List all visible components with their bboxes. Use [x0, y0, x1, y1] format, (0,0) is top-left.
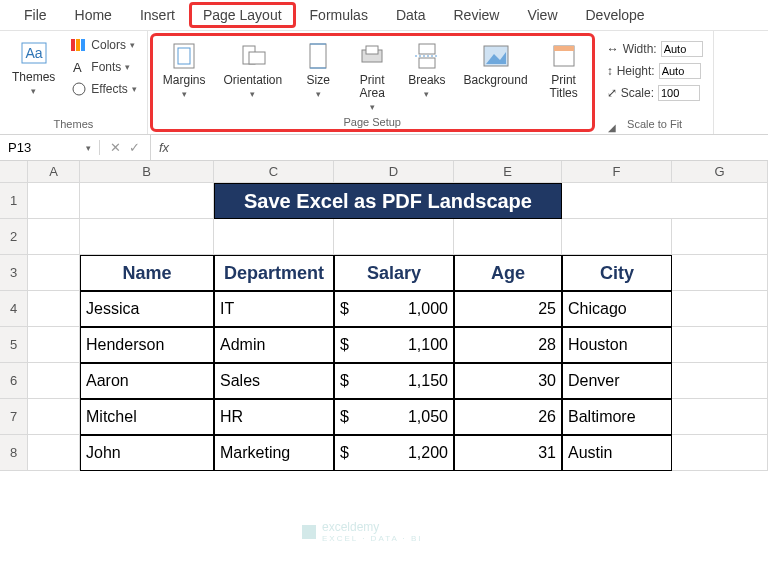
cell-F1[interactable]	[562, 183, 768, 219]
col-header-C[interactable]: C	[214, 161, 334, 183]
cell-r2-1[interactable]	[80, 219, 214, 255]
cell-G5[interactable]	[672, 327, 768, 363]
print-area-button[interactable]: Print Area▾	[348, 38, 396, 114]
row-header-7[interactable]: 7	[0, 399, 28, 435]
sheet-grid: ABCDEFG1Save Excel as PDF Landscape23Nam…	[0, 161, 768, 471]
cell-age-4[interactable]: 31	[454, 435, 562, 471]
cell-city-1[interactable]: Houston	[562, 327, 672, 363]
themes-button[interactable]: Aa Themes ▾	[6, 35, 61, 98]
row-header-1[interactable]: 1	[0, 183, 28, 219]
tab-home[interactable]: Home	[61, 2, 126, 28]
fonts-button[interactable]: A Fonts▾	[67, 57, 140, 77]
cell-r2-2[interactable]	[214, 219, 334, 255]
name-box[interactable]: P13 ▾	[0, 140, 100, 155]
cell-name-1[interactable]: Henderson	[80, 327, 214, 363]
cell-A6[interactable]	[28, 363, 80, 399]
tab-formulas[interactable]: Formulas	[296, 2, 382, 28]
cell-name-2[interactable]: Aaron	[80, 363, 214, 399]
cell-city-2[interactable]: Denver	[562, 363, 672, 399]
cell-r2-5[interactable]	[562, 219, 672, 255]
cell-salary-4[interactable]: $1,200	[334, 435, 454, 471]
row-header-3[interactable]: 3	[0, 255, 28, 291]
background-button[interactable]: Background	[458, 38, 534, 89]
width-input[interactable]	[661, 41, 703, 57]
cell-dept-2[interactable]: Sales	[214, 363, 334, 399]
col-header-F[interactable]: F	[562, 161, 672, 183]
scale-input[interactable]	[658, 85, 700, 101]
col-header-D[interactable]: D	[334, 161, 454, 183]
tab-review[interactable]: Review	[440, 2, 514, 28]
header-name[interactable]: Name	[80, 255, 214, 291]
row-header-5[interactable]: 5	[0, 327, 28, 363]
cell-name-0[interactable]: Jessica	[80, 291, 214, 327]
cancel-icon[interactable]: ✕	[110, 140, 121, 155]
cell-salary-3[interactable]: $1,050	[334, 399, 454, 435]
cell-r2-6[interactable]	[672, 219, 768, 255]
cell-G8[interactable]	[672, 435, 768, 471]
tab-data[interactable]: Data	[382, 2, 440, 28]
cell-G6[interactable]	[672, 363, 768, 399]
select-all-corner[interactable]	[0, 161, 28, 183]
size-button[interactable]: Size▾	[294, 38, 342, 101]
tab-insert[interactable]: Insert	[126, 2, 189, 28]
title-banner[interactable]: Save Excel as PDF Landscape	[214, 183, 562, 219]
fx-icon[interactable]: fx	[151, 140, 177, 155]
breaks-button[interactable]: Breaks▾	[402, 38, 451, 101]
cell-salary-1[interactable]: $1,100	[334, 327, 454, 363]
cell-age-3[interactable]: 26	[454, 399, 562, 435]
cell-dept-1[interactable]: Admin	[214, 327, 334, 363]
row-header-2[interactable]: 2	[0, 219, 28, 255]
cell-age-0[interactable]: 25	[454, 291, 562, 327]
header-salary[interactable]: Salary	[334, 255, 454, 291]
cell-A3[interactable]	[28, 255, 80, 291]
margins-button[interactable]: Margins▾	[157, 38, 212, 101]
row-header-4[interactable]: 4	[0, 291, 28, 327]
effects-button[interactable]: Effects▾	[67, 79, 140, 99]
header-department[interactable]: Department	[214, 255, 334, 291]
cell-A4[interactable]	[28, 291, 80, 327]
row-header-6[interactable]: 6	[0, 363, 28, 399]
cell-city-4[interactable]: Austin	[562, 435, 672, 471]
cell-dept-3[interactable]: HR	[214, 399, 334, 435]
cell-dept-4[interactable]: Marketing	[214, 435, 334, 471]
cell-G7[interactable]	[672, 399, 768, 435]
col-header-A[interactable]: A	[28, 161, 80, 183]
group-themes: Aa Themes ▾ Colors▾ A Fonts▾	[0, 31, 148, 134]
cell-city-0[interactable]: Chicago	[562, 291, 672, 327]
cell-age-2[interactable]: 30	[454, 363, 562, 399]
height-input[interactable]	[659, 63, 701, 79]
col-header-G[interactable]: G	[672, 161, 768, 183]
cell-city-3[interactable]: Baltimore	[562, 399, 672, 435]
cell-name-4[interactable]: John	[80, 435, 214, 471]
cell-A1[interactable]	[28, 183, 80, 219]
tab-view[interactable]: View	[513, 2, 571, 28]
cell-dept-0[interactable]: IT	[214, 291, 334, 327]
cell-age-1[interactable]: 28	[454, 327, 562, 363]
cell-salary-2[interactable]: $1,150	[334, 363, 454, 399]
tab-developer[interactable]: Develope	[572, 2, 659, 28]
cell-A5[interactable]	[28, 327, 80, 363]
orientation-button[interactable]: Orientation▾	[218, 38, 289, 101]
svg-rect-15	[419, 58, 435, 68]
row-header-8[interactable]: 8	[0, 435, 28, 471]
header-age[interactable]: Age	[454, 255, 562, 291]
colors-button[interactable]: Colors▾	[67, 35, 140, 55]
cell-G3[interactable]	[672, 255, 768, 291]
col-header-E[interactable]: E	[454, 161, 562, 183]
cell-r2-3[interactable]	[334, 219, 454, 255]
cell-r2-4[interactable]	[454, 219, 562, 255]
cell-A7[interactable]	[28, 399, 80, 435]
enter-icon[interactable]: ✓	[129, 140, 140, 155]
cell-G4[interactable]	[672, 291, 768, 327]
cell-B1[interactable]	[80, 183, 214, 219]
header-city[interactable]: City	[562, 255, 672, 291]
cell-name-3[interactable]: Mitchel	[80, 399, 214, 435]
print-titles-button[interactable]: Print Titles	[540, 38, 588, 102]
cell-A8[interactable]	[28, 435, 80, 471]
cell-r2-0[interactable]	[28, 219, 80, 255]
tab-file[interactable]: File	[10, 2, 61, 28]
cell-salary-0[interactable]: $1,000	[334, 291, 454, 327]
dialog-launcher-icon[interactable]: ◢	[608, 122, 616, 133]
col-header-B[interactable]: B	[80, 161, 214, 183]
tab-page-layout[interactable]: Page Layout	[189, 2, 296, 28]
